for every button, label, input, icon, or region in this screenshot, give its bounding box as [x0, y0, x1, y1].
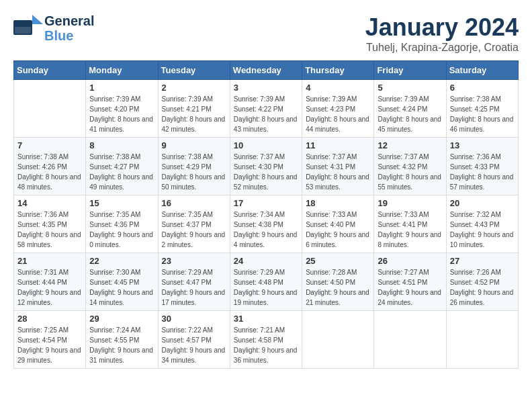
calendar-cell: 29Sunrise: 7:24 AMSunset: 4:55 PMDayligh… — [86, 311, 158, 369]
day-info: Sunrise: 7:39 AMSunset: 4:20 PMDaylight:… — [89, 94, 154, 134]
day-info: Sunrise: 7:39 AMSunset: 4:21 PMDaylight:… — [162, 94, 226, 134]
calendar-cell: 17Sunrise: 7:34 AMSunset: 4:38 PMDayligh… — [230, 195, 302, 253]
day-info: Sunrise: 7:22 AMSunset: 4:57 PMDaylight:… — [162, 325, 226, 365]
month-title: January 2024 — [365, 13, 519, 42]
day-info: Sunrise: 7:38 AMSunset: 4:29 PMDaylight:… — [162, 152, 226, 192]
calendar-cell: 3Sunrise: 7:39 AMSunset: 4:22 PMDaylight… — [230, 80, 302, 138]
day-info: Sunrise: 7:35 AMSunset: 4:37 PMDaylight:… — [162, 210, 226, 250]
calendar-cell — [446, 311, 518, 369]
calendar-cell: 16Sunrise: 7:35 AMSunset: 4:37 PMDayligh… — [158, 195, 230, 253]
day-number: 3 — [234, 83, 298, 93]
day-info: Sunrise: 7:33 AMSunset: 4:40 PMDaylight:… — [306, 210, 370, 250]
calendar-cell: 11Sunrise: 7:37 AMSunset: 4:31 PMDayligh… — [302, 138, 374, 195]
day-number: 7 — [17, 140, 82, 150]
day-info: Sunrise: 7:29 AMSunset: 4:47 PMDaylight:… — [162, 267, 226, 308]
day-number: 6 — [450, 83, 515, 93]
calendar-week-1: 7Sunrise: 7:38 AMSunset: 4:26 PMDaylight… — [14, 138, 519, 195]
day-number: 14 — [17, 198, 82, 208]
day-number: 13 — [450, 140, 515, 150]
day-number: 5 — [378, 83, 442, 93]
day-number: 10 — [234, 140, 298, 150]
day-number: 15 — [89, 198, 154, 208]
calendar-cell — [302, 311, 374, 369]
calendar-cell: 15Sunrise: 7:35 AMSunset: 4:36 PMDayligh… — [86, 195, 158, 253]
weekday-header-thursday: Thursday — [302, 61, 374, 80]
day-number: 25 — [306, 256, 370, 266]
calendar-cell: 8Sunrise: 7:38 AMSunset: 4:27 PMDaylight… — [86, 138, 158, 195]
weekday-header-wednesday: Wednesday — [230, 61, 302, 80]
day-number: 16 — [162, 198, 226, 208]
day-info: Sunrise: 7:25 AMSunset: 4:54 PMDaylight:… — [17, 325, 82, 365]
calendar-cell: 26Sunrise: 7:27 AMSunset: 4:51 PMDayligh… — [374, 253, 446, 311]
logo-blue: Blue — [44, 28, 94, 43]
day-info: Sunrise: 7:38 AMSunset: 4:26 PMDaylight:… — [17, 152, 82, 192]
calendar-cell: 12Sunrise: 7:37 AMSunset: 4:32 PMDayligh… — [374, 138, 446, 195]
day-number: 22 — [89, 256, 154, 266]
day-info: Sunrise: 7:26 AMSunset: 4:52 PMDaylight:… — [450, 267, 515, 308]
day-info: Sunrise: 7:30 AMSunset: 4:45 PMDaylight:… — [89, 267, 154, 308]
day-info: Sunrise: 7:37 AMSunset: 4:32 PMDaylight:… — [378, 152, 442, 192]
day-number: 19 — [378, 198, 442, 208]
logo-icon — [13, 15, 43, 42]
day-info: Sunrise: 7:38 AMSunset: 4:27 PMDaylight:… — [89, 152, 154, 192]
day-info: Sunrise: 7:35 AMSunset: 4:36 PMDaylight:… — [89, 210, 154, 250]
calendar-cell: 20Sunrise: 7:32 AMSunset: 4:43 PMDayligh… — [446, 195, 518, 253]
day-info: Sunrise: 7:28 AMSunset: 4:50 PMDaylight:… — [306, 267, 370, 308]
calendar-cell: 1Sunrise: 7:39 AMSunset: 4:20 PMDaylight… — [86, 80, 158, 138]
day-info: Sunrise: 7:33 AMSunset: 4:41 PMDaylight:… — [378, 210, 442, 250]
day-number: 24 — [234, 256, 298, 266]
calendar-cell: 21Sunrise: 7:31 AMSunset: 4:44 PMDayligh… — [14, 253, 86, 311]
weekday-header-friday: Friday — [374, 61, 446, 80]
calendar-week-0: 1Sunrise: 7:39 AMSunset: 4:20 PMDaylight… — [14, 80, 519, 138]
calendar-cell: 24Sunrise: 7:29 AMSunset: 4:48 PMDayligh… — [230, 253, 302, 311]
day-info: Sunrise: 7:34 AMSunset: 4:38 PMDaylight:… — [234, 210, 298, 250]
day-number: 28 — [17, 314, 82, 324]
calendar-cell: 22Sunrise: 7:30 AMSunset: 4:45 PMDayligh… — [86, 253, 158, 311]
calendar-cell: 28Sunrise: 7:25 AMSunset: 4:54 PMDayligh… — [14, 311, 86, 369]
day-info: Sunrise: 7:37 AMSunset: 4:31 PMDaylight:… — [306, 152, 370, 192]
day-number: 12 — [378, 140, 442, 150]
title-block: January 2024 Tuhelj, Krapina-Zagorje, Cr… — [365, 13, 519, 54]
calendar-cell: 19Sunrise: 7:33 AMSunset: 4:41 PMDayligh… — [374, 195, 446, 253]
day-number: 30 — [162, 314, 226, 324]
day-info: Sunrise: 7:36 AMSunset: 4:35 PMDaylight:… — [17, 210, 82, 250]
day-number: 18 — [306, 198, 370, 208]
calendar-cell: 7Sunrise: 7:38 AMSunset: 4:26 PMDaylight… — [14, 138, 86, 195]
calendar-week-4: 28Sunrise: 7:25 AMSunset: 4:54 PMDayligh… — [14, 311, 519, 369]
day-info: Sunrise: 7:36 AMSunset: 4:33 PMDaylight:… — [450, 152, 515, 192]
calendar-cell: 18Sunrise: 7:33 AMSunset: 4:40 PMDayligh… — [302, 195, 374, 253]
day-info: Sunrise: 7:27 AMSunset: 4:51 PMDaylight:… — [378, 267, 442, 308]
weekday-header-monday: Monday — [86, 61, 158, 80]
calendar-cell: 4Sunrise: 7:39 AMSunset: 4:23 PMDaylight… — [302, 80, 374, 138]
day-info: Sunrise: 7:29 AMSunset: 4:48 PMDaylight:… — [234, 267, 298, 308]
calendar-table: SundayMondayTuesdayWednesdayThursdayFrid… — [13, 60, 519, 369]
day-number: 20 — [450, 198, 515, 208]
day-info: Sunrise: 7:39 AMSunset: 4:24 PMDaylight:… — [378, 94, 442, 134]
svg-marker-1 — [32, 15, 43, 24]
day-info: Sunrise: 7:37 AMSunset: 4:30 PMDaylight:… — [234, 152, 298, 192]
calendar-cell: 31Sunrise: 7:21 AMSunset: 4:58 PMDayligh… — [230, 311, 302, 369]
weekday-header-tuesday: Tuesday — [158, 61, 230, 80]
day-number: 11 — [306, 140, 370, 150]
day-number: 4 — [306, 83, 370, 93]
calendar-cell: 6Sunrise: 7:38 AMSunset: 4:25 PMDaylight… — [446, 80, 518, 138]
day-number: 26 — [378, 256, 442, 266]
calendar-week-3: 21Sunrise: 7:31 AMSunset: 4:44 PMDayligh… — [14, 253, 519, 311]
calendar-cell: 13Sunrise: 7:36 AMSunset: 4:33 PMDayligh… — [446, 138, 518, 195]
calendar-body: 1Sunrise: 7:39 AMSunset: 4:20 PMDaylight… — [14, 80, 519, 369]
location-title: Tuhelj, Krapina-Zagorje, Croatia — [365, 42, 519, 54]
calendar-cell: 27Sunrise: 7:26 AMSunset: 4:52 PMDayligh… — [446, 253, 518, 311]
day-info: Sunrise: 7:39 AMSunset: 4:22 PMDaylight:… — [234, 94, 298, 134]
calendar-cell — [14, 80, 86, 138]
day-info: Sunrise: 7:39 AMSunset: 4:23 PMDaylight:… — [306, 94, 370, 134]
day-number: 21 — [17, 256, 82, 266]
day-info: Sunrise: 7:24 AMSunset: 4:55 PMDaylight:… — [89, 325, 154, 365]
svg-rect-2 — [15, 27, 31, 34]
logo: General Blue — [13, 13, 94, 43]
day-number: 29 — [89, 314, 154, 324]
day-number: 8 — [89, 140, 154, 150]
day-info: Sunrise: 7:38 AMSunset: 4:25 PMDaylight:… — [450, 94, 515, 134]
calendar-cell: 2Sunrise: 7:39 AMSunset: 4:21 PMDaylight… — [158, 80, 230, 138]
day-number: 27 — [450, 256, 515, 266]
calendar-cell: 14Sunrise: 7:36 AMSunset: 4:35 PMDayligh… — [14, 195, 86, 253]
